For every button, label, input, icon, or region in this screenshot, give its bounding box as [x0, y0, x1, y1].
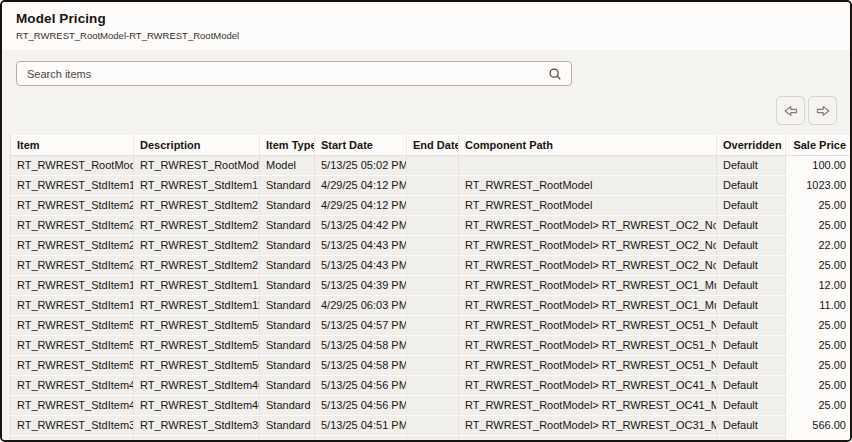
cell-description: RT_RWREST_StdItem302 — [134, 415, 260, 435]
cell-sale_price[interactable]: 25.00 — [786, 195, 851, 215]
cell-sale_price[interactable]: 12.00 — [786, 275, 851, 295]
cell-sale_price[interactable]: 25.00 — [786, 395, 851, 415]
cell-start_date: 5/13/25 05:02 PM — [315, 155, 407, 175]
cell-item: RT_RWREST_StdItem503 — [11, 315, 134, 335]
table-row[interactable]: RT_RWREST_StdItem23RT_RWREST_StdItem23St… — [11, 215, 851, 235]
table-row[interactable]: RT_RWREST_StdItem12RT_RWREST_StdItem12St… — [11, 275, 851, 295]
table-row[interactable]: RT_RWREST_StdItem402RT_RWREST_StdItem402… — [11, 395, 851, 415]
arrow-right-icon — [815, 103, 831, 119]
cell-description: RT_RWREST_StdItem2 — [134, 195, 260, 215]
cell-overridden: Default — [717, 415, 786, 435]
cell-sale_price[interactable]: 25.00 — [786, 315, 851, 335]
cell-sale_price[interactable]: 566.00 — [786, 415, 851, 435]
cell-overridden: Default — [717, 395, 786, 415]
cell-sale_price[interactable]: 25.00 — [786, 375, 851, 395]
cell-component_path: RT_RWREST_RootModel> RT_RWREST_OC51_NonM… — [459, 335, 717, 355]
cell-end_date — [407, 215, 459, 235]
table-row[interactable]: RT_RWREST_StdItem21RT_RWREST_StdItem21St… — [11, 255, 851, 275]
column-header-sale_price: Sale Price — [786, 135, 851, 155]
cell-component_path: RT_RWREST_RootModel> RT_RWREST_OC51_NonM… — [459, 315, 717, 335]
cell-start_date: 4/29/25 04:12 PM — [315, 175, 407, 195]
cell-component_path: RT_RWREST_RootModel> RT_RWREST_OC31_Mute… — [459, 415, 717, 435]
table-row[interactable]: RT_RWREST_StdItem1RT_RWREST_StdItem1Stan… — [11, 175, 851, 195]
cell-item_type: Standard — [260, 235, 315, 255]
search-input[interactable] — [17, 62, 548, 85]
cell-end_date — [407, 195, 459, 215]
cell-overridden: Default — [717, 335, 786, 355]
cell-sale_price — [786, 435, 851, 442]
cell-item: RT_RWREST_StdItem11 — [11, 295, 134, 315]
column-header-overridden: Overridden — [717, 135, 786, 155]
cell-sale_price[interactable]: 25.00 — [786, 255, 851, 275]
cell-description: RT_RWREST_StdItem503 — [134, 315, 260, 335]
page-subtitle: RT_RWREST_RootModel-RT_RWREST_RootModel — [16, 30, 836, 41]
table-row[interactable]: RT_RWREST_StdItem302RT_RWREST_StdItem302… — [11, 415, 851, 435]
previous-page-button[interactable] — [776, 96, 805, 125]
cell-end_date — [407, 155, 459, 175]
cell-item: RT_RWREST_RootModel — [11, 155, 134, 175]
cell-item: RT_RWREST_StdItem1 — [11, 175, 134, 195]
table-row[interactable]: RT_RWREST_StdItem502RT_RWREST_StdItem502… — [11, 335, 851, 355]
table-row[interactable]: RT_RWREST_RootModelRT_RWREST_RootModelMo… — [11, 155, 851, 175]
cell-end_date — [407, 435, 459, 442]
cell-overridden: Default — [717, 295, 786, 315]
table-row[interactable]: RT_RWREST_StdItem401RT_RWREST_StdItem401… — [11, 375, 851, 395]
table-row[interactable]: RT_RWREST_StdItem22RT_RWREST_StdItem22St… — [11, 235, 851, 255]
cell-item_type: Standard — [260, 275, 315, 295]
cell-start_date: 5/13/25 04:42 PM — [315, 215, 407, 235]
page-header: Model Pricing RT_RWREST_RootModel-RT_RWR… — [2, 2, 850, 50]
next-page-button[interactable] — [808, 96, 837, 125]
cell-end_date — [407, 315, 459, 335]
cell-item: RT_RWREST_StdItem23 — [11, 215, 134, 235]
cell-end_date — [407, 235, 459, 255]
cell-end_date — [407, 255, 459, 275]
cell-item_type: Standard — [260, 175, 315, 195]
toolbar — [2, 50, 850, 135]
cell-component_path: RT_RWREST_RootModel> RT_RWREST_OC41_Mute… — [459, 395, 717, 415]
search-icon — [548, 67, 562, 81]
table-row[interactable]: RT_RWREST_StdItem503RT_RWREST_StdItem503… — [11, 315, 851, 335]
cell-overridden — [717, 435, 786, 442]
cell-sale_price[interactable]: 25.00 — [786, 215, 851, 235]
cell-sale_price[interactable]: 25.00 — [786, 335, 851, 355]
cell-start_date: 5/13/25 04:43 PM — [315, 235, 407, 255]
cell-start_date: 5/13/25 04:51 PM — [315, 415, 407, 435]
cell-component_path: RT_RWREST_RootModel — [459, 175, 717, 195]
cell-description: RT_RWREST_StdItem502 — [134, 335, 260, 355]
cell-sale_price[interactable]: 25.00 — [786, 355, 851, 375]
table-header-row: ItemDescriptionItem TypeStart DateEnd Da… — [11, 135, 851, 155]
cell-component_path: RT_RWREST_RootModel> RT_RWREST_OC41_Mute… — [459, 375, 717, 395]
cell-item_type: Standard — [260, 355, 315, 375]
cell-overridden: Default — [717, 235, 786, 255]
cell-end_date — [407, 335, 459, 355]
cell-sale_price[interactable]: 11.00 — [786, 295, 851, 315]
table-row[interactable]: RT_RWREST_StdItem501RT_RWREST_StdItem501… — [11, 355, 851, 375]
cell-end_date — [407, 275, 459, 295]
cell-item — [11, 435, 134, 442]
column-header-end_date: End Date — [407, 135, 459, 155]
cell-sale_price[interactable]: 100.00 — [786, 155, 851, 175]
cell-start_date: 5/13/25 04:39 PM — [315, 275, 407, 295]
cell-component_path: RT_RWREST_RootModel> RT_RWREST_OC2_NonMu… — [459, 215, 717, 235]
cell-item: RT_RWREST_StdItem302 — [11, 415, 134, 435]
cell-overridden: Default — [717, 195, 786, 215]
cell-end_date — [407, 375, 459, 395]
cell-item: RT_RWREST_StdItem502 — [11, 335, 134, 355]
page-title: Model Pricing — [16, 11, 836, 26]
cell-end_date — [407, 295, 459, 315]
cell-item: RT_RWREST_StdItem12 — [11, 275, 134, 295]
cell-sale_price[interactable]: 1023.00 — [786, 175, 851, 195]
cell-overridden: Default — [717, 175, 786, 195]
cell-description: RT_RWREST_StdItem22 — [134, 235, 260, 255]
table-row[interactable]: RT_RWREST_StdItem2RT_RWREST_StdItem2Stan… — [11, 195, 851, 215]
cell-component_path: RT_RWREST_RootModel> RT_RWREST_OC2_NonMu… — [459, 235, 717, 255]
cell-component_path — [459, 155, 717, 175]
cell-component_path: RT_RWREST_RootModel> RT_RWREST_OC2_NonMu… — [459, 255, 717, 275]
table-row[interactable]: RT_RWREST_StdItem11RT_RWREST_StdItem11St… — [11, 295, 851, 315]
cell-sale_price[interactable]: 22.00 — [786, 235, 851, 255]
column-header-component_path: Component Path — [459, 135, 717, 155]
cell-item: RT_RWREST_StdItem21 — [11, 255, 134, 275]
cell-description: RT_RWREST_StdItem11 — [134, 295, 260, 315]
cell-component_path: RT_RWREST_RootModel> RT_RWREST_OC1_Mutex — [459, 275, 717, 295]
search-box — [16, 61, 572, 86]
